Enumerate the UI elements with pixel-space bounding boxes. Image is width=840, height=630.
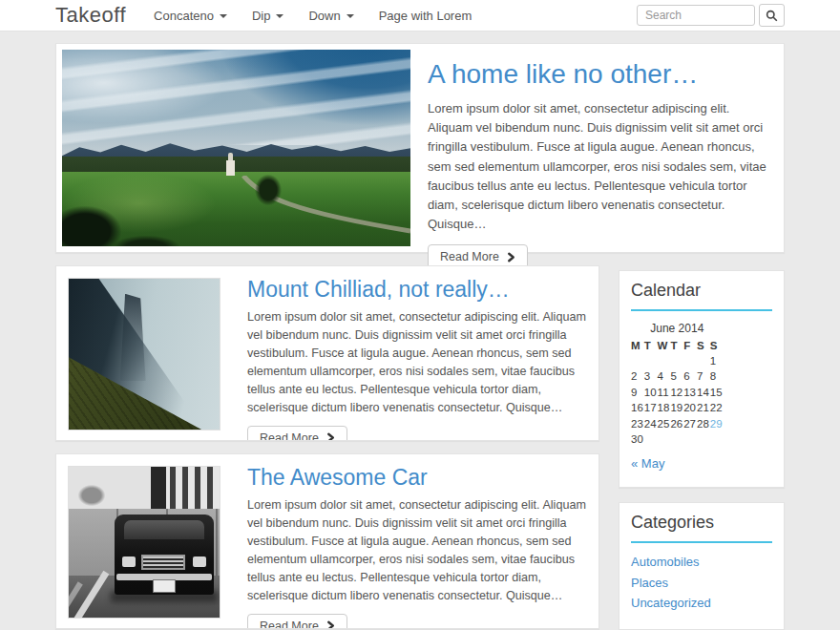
calendar-weekday: T [670,340,683,354]
calendar-day: 28 [697,417,710,432]
calendar-weekday: M [631,340,644,354]
calendar-day: 27 [683,417,697,432]
calendar-day: 1 [710,354,724,369]
post-excerpt: Lorem ipsum dolor sit amet, consectetur … [247,496,587,604]
calendar-table: June 2014 MTWTFSS 1234567891011121314151… [631,320,724,448]
chevron-right-icon [507,252,515,262]
search-input[interactable] [637,5,755,26]
nav-item-dip[interactable]: Dip [240,9,297,23]
calendar-day: 8 [710,369,724,385]
calendar-day: 18 [658,401,671,416]
calendar-day [710,432,724,448]
hero-art-path [205,176,410,246]
main-nav: Concateno Dip Down Page with Lorem [141,9,484,23]
calendar-weekday: W [658,340,671,354]
calendar-day: 2 [631,369,644,385]
nav-item-label: Concateno [154,9,214,23]
post-body: Mount Chilliad, not really… Lorem ipsum … [220,278,587,429]
car-art-license-plate [153,579,176,593]
car-art-windshield [124,520,204,539]
search-button[interactable] [759,4,785,27]
calendar-day [644,432,658,448]
read-more-label: Read More [440,250,499,263]
calendar-day: 3 [644,369,658,385]
calendar-day [683,432,697,448]
hero-post-excerpt: Lorem ipsum dolor sit amet, consectetur … [428,99,768,234]
calendar-day: 7 [697,369,710,385]
post-thumbnail[interactable] [68,466,220,619]
post-title-link[interactable]: Mount Chilliad, not really… [247,277,510,302]
calendar-day: 26 [670,417,683,432]
nav-item-label: Down [308,9,340,23]
calendar-days: 1234567891011121314151617181920212223242… [631,354,724,448]
calendar-day: 14 [697,386,710,401]
categories-widget-title: Categories [631,513,772,543]
hero-art-church-spire [228,153,233,160]
chevron-right-icon [326,432,335,441]
calendar-day: 9 [631,386,644,401]
calendar-caption: June 2014 [631,320,724,340]
read-more-label: Read More [260,620,319,629]
calendar-day [670,432,683,448]
calendar-day: 11 [658,386,671,401]
nav-item-label: Dip [252,9,271,23]
hero-art-church [226,160,235,176]
calendar-day: 30 [631,432,644,448]
calendar-day: 17 [644,401,658,416]
calendar-widget-title: Calendar [631,281,772,311]
hero-art-clouds [62,50,410,145]
calendar-day [697,354,710,369]
sidebar-category-link[interactable]: Uncategorized [631,593,772,613]
search-icon [766,10,778,22]
nav-item-concateno[interactable]: Concateno [141,9,240,23]
content-row: Mount Chilliad, not really… Lorem ipsum … [55,265,785,630]
calendar-day-link[interactable]: 29 [710,418,723,430]
caret-down-icon [220,14,227,18]
calendar-day [644,354,658,369]
calendar-day [683,354,697,369]
calendar-day: 15 [710,386,724,401]
hero-post-title: A home like no other… [428,59,768,90]
calendar-weekday: T [644,340,658,354]
page-container: A home like no other… Lorem ipsum dolor … [55,43,785,630]
sidebar: Calendar June 2014 MTWTFSS 1234567891011… [619,270,785,630]
hero-post-image[interactable] [62,50,410,246]
hero-art-tree [251,170,285,210]
calendar-widget: Calendar June 2014 MTWTFSS 1234567891011… [619,270,785,488]
calendar-day: 16 [631,401,644,416]
read-more-button[interactable]: Read More [247,614,347,629]
sidebar-category-link[interactable]: Automobiles [631,552,772,572]
calendar-prev-month-link[interactable]: « May [631,456,664,471]
chevron-right-icon [326,620,335,629]
sidebar-category-link[interactable]: Places [631,573,772,593]
calendar-day: 13 [683,386,697,401]
calendar-day [658,354,671,369]
read-more-button[interactable]: Read More [247,426,347,441]
calendar-day: 23 [631,417,644,432]
calendar-weekdays-row: MTWTFSS [631,340,724,354]
nav-item-down[interactable]: Down [296,9,366,23]
car-art-headlight [122,556,136,567]
hero-post-body: A home like no other… Lorem ipsum dolor … [410,50,778,246]
calendar-weekday: S [710,340,724,354]
categories-list: AutomobilesPlacesUncategorized [631,552,772,613]
car-art-pole [151,467,166,514]
site-header: Takeoff Concateno Dip Down Page with Lor… [0,0,840,32]
hero-post-card: A home like no other… Lorem ipsum dolor … [55,43,785,253]
categories-widget: Categories AutomobilesPlacesUncategorize… [619,502,785,629]
calendar-weekday: F [683,340,697,354]
nav-item-label: Page with Lorem [379,9,472,23]
hero-post-title-link[interactable]: A home like no other… [428,59,698,89]
post-title-link[interactable]: The Awesome Car [247,465,428,490]
calendar-day: 5 [670,369,683,385]
post-thumbnail[interactable] [68,278,220,430]
calendar-day: 21 [697,401,710,416]
nav-item-page-with-lorem[interactable]: Page with Lorem [367,9,485,23]
calendar-day: 6 [683,369,697,385]
calendar-day: 4 [658,369,671,385]
search-form [637,4,785,27]
site-logo[interactable]: Takeoff [55,3,126,28]
car-art-tree [74,482,109,509]
calendar-day [658,432,671,448]
calendar-day [670,354,683,369]
